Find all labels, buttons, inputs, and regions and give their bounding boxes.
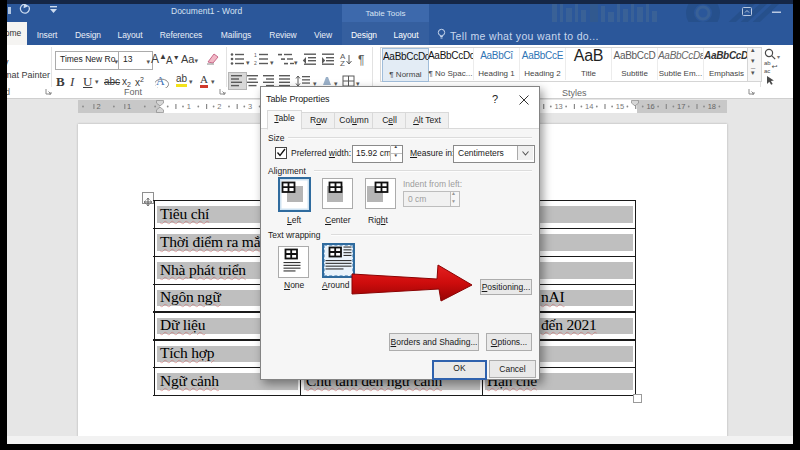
svg-text:2: 2 — [254, 60, 257, 66]
svg-text:¶: ¶ — [358, 53, 364, 66]
svg-text:1: 1 — [254, 52, 257, 58]
svg-text:▾: ▾ — [294, 59, 298, 66]
svg-text:Z: Z — [340, 59, 345, 66]
svg-text:▾: ▾ — [777, 54, 780, 60]
svg-text:↩: ↩ — [772, 63, 778, 70]
svg-text:ab: ab — [764, 60, 771, 66]
svg-text:▾: ▾ — [270, 59, 274, 66]
svg-text:▾: ▾ — [246, 59, 250, 66]
svg-text:ac: ac — [764, 68, 770, 74]
svg-text:A: A — [156, 74, 165, 88]
